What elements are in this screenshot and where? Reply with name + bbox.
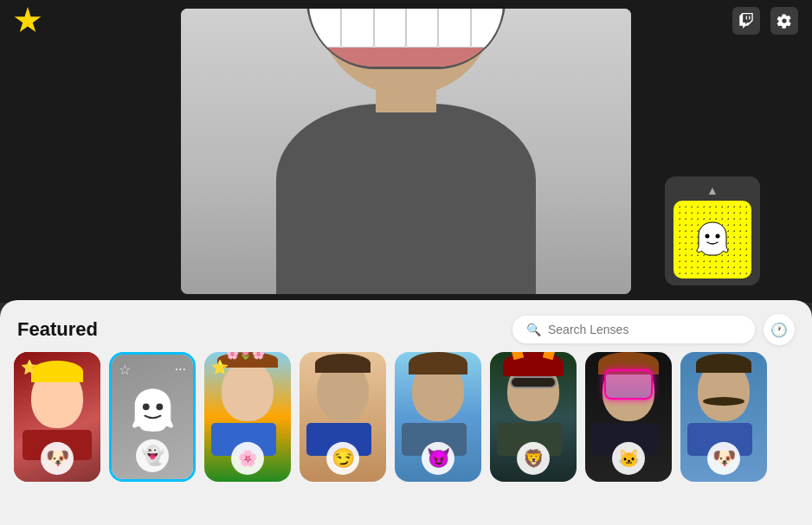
lens-card-8[interactable]: 🐶 (680, 352, 767, 482)
video-area: ▲ (0, 0, 812, 303)
featured-title: Featured (17, 318, 98, 341)
card-1-star-icon: ⭐ (21, 359, 38, 375)
bottom-header: Featured 🔍 🕐 (0, 300, 812, 352)
snapchat-ghost-icon (691, 218, 734, 261)
card-3-star-icon: ⭐ (211, 359, 229, 375)
snap-chevron: ▲ (706, 183, 719, 197)
video-frame (181, 9, 631, 294)
svg-point-3 (156, 403, 163, 410)
lens-card-6[interactable]: 🦁 (490, 352, 577, 482)
lens-card-5[interactable]: 😈 (395, 352, 481, 482)
svg-point-1 (716, 234, 720, 239)
lens-card-4[interactable]: 😏 (300, 352, 386, 482)
card-4-ghost: 😏 (300, 442, 386, 475)
bottom-panel: Featured 🔍 🕐 ⭐ 🐶 (0, 300, 812, 525)
settings-button[interactable] (770, 7, 798, 35)
ghost-center-icon (125, 383, 181, 439)
top-bar (0, 0, 812, 42)
card-3-ghost: 🌸 (204, 442, 291, 475)
top-bar-right (732, 7, 798, 35)
card-6-ghost: 🦁 (490, 442, 577, 475)
card-2-ghost: 👻 (112, 439, 193, 472)
card-1-ghost: 🐶 (14, 442, 100, 475)
svg-point-0 (706, 234, 710, 239)
card-8-ghost: 🐶 (680, 442, 767, 475)
search-input[interactable] (548, 323, 741, 336)
snap-qr-code (673, 201, 751, 279)
twitch-button[interactable] (732, 7, 760, 35)
history-button[interactable]: 🕐 (764, 314, 795, 345)
snapchat-panel: ▲ (665, 176, 760, 285)
top-bar-left (14, 7, 42, 35)
lens-card-3[interactable]: 🌸🌷🌸 ⭐ 🌸 (204, 352, 291, 482)
lens-card-7[interactable]: 🐱 (585, 352, 672, 482)
lens-card-2[interactable]: ☆ ··· 👻 (109, 352, 196, 482)
card-2-more-icon[interactable]: ··· (175, 362, 186, 377)
video-content (181, 9, 631, 294)
lens-card-1[interactable]: ⭐ 🐶 (14, 352, 100, 482)
svg-point-2 (142, 403, 149, 410)
card-7-ghost: 🐱 (585, 442, 672, 475)
lens-row: ⭐ 🐶 ☆ ··· 👻 (0, 352, 812, 482)
star-icon[interactable] (14, 7, 42, 35)
card-2-star-icon: ☆ (119, 362, 131, 378)
search-icon: 🔍 (526, 323, 541, 336)
search-bar[interactable]: 🔍 (512, 316, 755, 343)
card-5-ghost: 😈 (395, 442, 481, 475)
